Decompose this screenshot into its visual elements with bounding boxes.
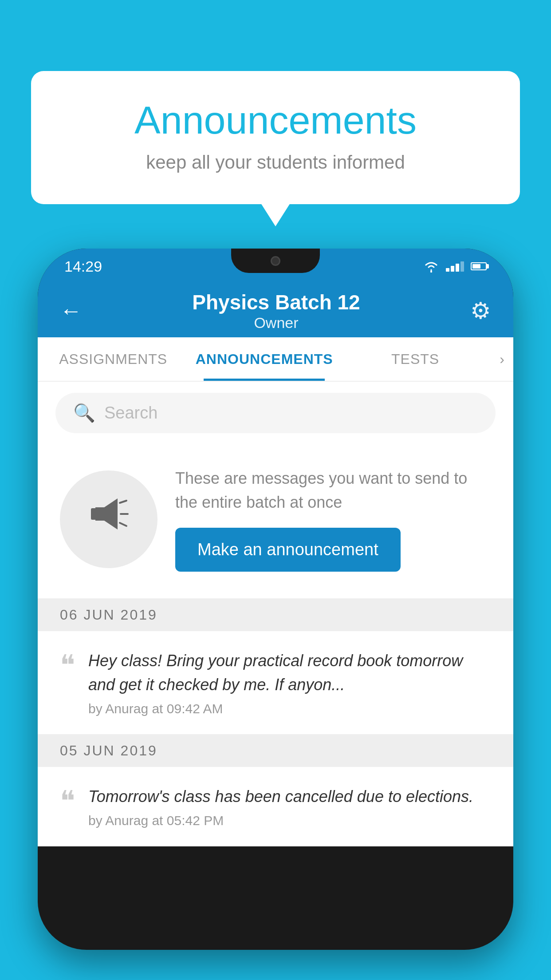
announcement-meta-1: by Anurag at 09:42 AM bbox=[88, 701, 491, 716]
batch-role: Owner bbox=[192, 314, 360, 332]
bubble-subtitle: keep all your students informed bbox=[67, 152, 484, 173]
announcement-item-2[interactable]: ❝ Tomorrow's class has been cancelled du… bbox=[38, 767, 513, 846]
quote-icon-1: ❝ bbox=[60, 651, 75, 716]
announcement-content-2: Tomorrow's class has been cancelled due … bbox=[88, 785, 491, 828]
announcement-meta-2: by Anurag at 05:42 PM bbox=[88, 813, 491, 828]
megaphone-circle bbox=[60, 470, 157, 568]
date-label-1: 06 JUN 2019 bbox=[60, 607, 157, 623]
speech-bubble: Announcements keep all your students inf… bbox=[31, 71, 520, 204]
announcement-item-1[interactable]: ❝ Hey class! Bring your practical record… bbox=[38, 631, 513, 735]
announcement-text-2: Tomorrow's class has been cancelled due … bbox=[88, 785, 491, 809]
svg-point-0 bbox=[430, 271, 432, 273]
date-label-2: 05 JUN 2019 bbox=[60, 743, 157, 759]
tab-tests[interactable]: TESTS bbox=[340, 338, 491, 381]
announcement-text-1: Hey class! Bring your practical record b… bbox=[88, 649, 491, 697]
tab-assignments[interactable]: ASSIGNMENTS bbox=[38, 338, 189, 381]
battery-fill bbox=[472, 264, 480, 269]
back-button[interactable]: ← bbox=[60, 300, 82, 322]
cta-card: These are messages you want to send to t… bbox=[38, 444, 513, 599]
search-bar-container: 🔍 Search bbox=[38, 382, 513, 444]
battery-icon bbox=[471, 262, 487, 270]
bubble-title: Announcements bbox=[67, 98, 484, 143]
date-separator-1: 06 JUN 2019 bbox=[38, 599, 513, 631]
batch-title: Physics Batch 12 bbox=[192, 290, 360, 314]
announcement-content-1: Hey class! Bring your practical record b… bbox=[88, 649, 491, 716]
app-header: ← Physics Batch 12 Owner ⚙ bbox=[38, 284, 513, 337]
signal-icon bbox=[446, 261, 464, 272]
status-icons bbox=[423, 260, 487, 273]
tab-more[interactable]: › bbox=[491, 338, 513, 381]
tab-announcements[interactable]: ANNOUNCEMENTS bbox=[189, 338, 339, 381]
quote-icon-2: ❝ bbox=[60, 787, 75, 828]
svg-marker-1 bbox=[95, 498, 118, 530]
svg-line-5 bbox=[120, 523, 126, 526]
header-center: Physics Batch 12 Owner bbox=[192, 290, 360, 332]
cta-right: These are messages you want to send to t… bbox=[175, 466, 491, 572]
speech-bubble-container: Announcements keep all your students inf… bbox=[31, 71, 520, 204]
svg-rect-2 bbox=[91, 508, 96, 520]
phone-frame: 14:29 bbox=[38, 249, 513, 950]
phone-container: 14:29 bbox=[38, 249, 513, 980]
svg-line-3 bbox=[120, 501, 126, 503]
wifi-icon bbox=[423, 260, 439, 273]
status-time: 14:29 bbox=[64, 258, 102, 275]
search-icon: 🔍 bbox=[73, 403, 95, 423]
search-bar[interactable]: 🔍 Search bbox=[55, 393, 496, 433]
tabs-bar: ASSIGNMENTS ANNOUNCEMENTS TESTS › bbox=[38, 337, 513, 382]
search-placeholder: Search bbox=[104, 403, 157, 423]
front-camera bbox=[271, 256, 280, 266]
make-announcement-button[interactable]: Make an announcement bbox=[175, 528, 401, 572]
phone-notch bbox=[231, 249, 320, 273]
megaphone-icon bbox=[84, 490, 133, 549]
date-separator-2: 05 JUN 2019 bbox=[38, 735, 513, 767]
settings-icon[interactable]: ⚙ bbox=[470, 297, 491, 324]
cta-description: These are messages you want to send to t… bbox=[175, 466, 491, 514]
